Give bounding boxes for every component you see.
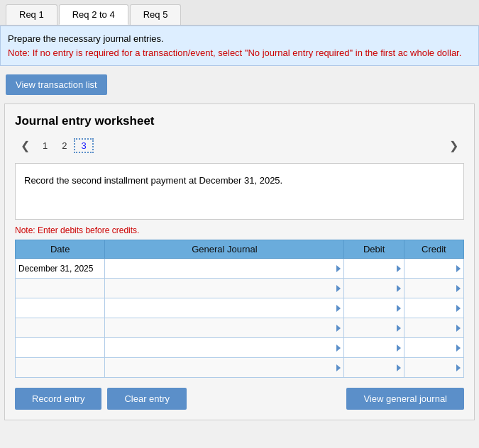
tabs-bar: Req 1 Req 2 to 4 Req 5 bbox=[0, 0, 479, 26]
table-row bbox=[16, 338, 464, 358]
cell-journal-5[interactable] bbox=[105, 358, 344, 378]
cell-debit-1[interactable] bbox=[344, 279, 404, 298]
pagination: ❮ 1 2 3 ❯ bbox=[15, 137, 464, 155]
cell-pointer-icon bbox=[456, 265, 461, 272]
cell-pointer-icon bbox=[336, 325, 341, 332]
cell-credit-2[interactable] bbox=[404, 298, 463, 318]
cell-debit-3[interactable] bbox=[344, 318, 404, 338]
prev-page-button[interactable]: ❮ bbox=[15, 137, 35, 155]
cell-credit-0[interactable] bbox=[404, 259, 463, 279]
cell-pointer-icon bbox=[397, 305, 401, 312]
cell-journal-3[interactable] bbox=[105, 318, 344, 338]
banner-main-text: Prepare the necessary journal entries. bbox=[8, 32, 471, 46]
description-box: Record the second installment payment at… bbox=[15, 163, 464, 220]
page-1[interactable]: 1 bbox=[35, 138, 55, 153]
cell-journal-1[interactable] bbox=[105, 279, 344, 298]
record-entry-button[interactable]: Record entry bbox=[15, 388, 101, 410]
table-row bbox=[16, 358, 464, 378]
cell-credit-3[interactable] bbox=[404, 318, 463, 338]
tab-req1[interactable]: Req 1 bbox=[6, 4, 57, 25]
table-row bbox=[16, 279, 464, 298]
worksheet-title: Journal entry worksheet bbox=[15, 114, 464, 128]
cell-date-1[interactable] bbox=[16, 279, 105, 298]
clear-entry-button[interactable]: Clear entry bbox=[107, 388, 187, 410]
cell-credit-5[interactable] bbox=[404, 358, 463, 378]
cell-journal-4[interactable] bbox=[105, 338, 344, 358]
worksheet-container: Journal entry worksheet ❮ 1 2 3 ❯ Record… bbox=[4, 103, 475, 420]
cell-date-3[interactable] bbox=[16, 318, 105, 338]
info-banner: Prepare the necessary journal entries. N… bbox=[0, 26, 479, 66]
cell-date-2[interactable] bbox=[16, 298, 105, 318]
cell-pointer-icon bbox=[397, 325, 401, 332]
cell-debit-5[interactable] bbox=[344, 358, 404, 378]
cell-pointer-icon bbox=[397, 345, 401, 352]
cell-pointer-icon bbox=[456, 345, 461, 352]
table-row bbox=[16, 298, 464, 318]
cell-pointer-icon bbox=[456, 305, 461, 312]
cell-pointer-icon bbox=[336, 305, 341, 312]
cell-journal-0[interactable] bbox=[105, 259, 344, 279]
next-page-button[interactable]: ❯ bbox=[444, 137, 464, 155]
cell-debit-0[interactable] bbox=[344, 259, 404, 279]
journal-table: Date General Journal Debit Credit Decemb… bbox=[15, 240, 464, 378]
description-text: Record the second installment payment at… bbox=[24, 175, 282, 186]
cell-credit-4[interactable] bbox=[404, 338, 463, 358]
tab-req2to4[interactable]: Req 2 to 4 bbox=[59, 4, 128, 25]
table-row bbox=[16, 318, 464, 338]
table-row: December 31, 2025 bbox=[16, 259, 464, 279]
col-general-journal: General Journal bbox=[105, 240, 344, 259]
cell-pointer-icon bbox=[336, 364, 341, 371]
view-transaction-button[interactable]: View transaction list bbox=[6, 74, 107, 95]
cell-pointer-icon bbox=[336, 265, 341, 272]
cell-date-0[interactable]: December 31, 2025 bbox=[16, 259, 105, 279]
cell-pointer-icon bbox=[456, 364, 461, 371]
col-debit: Debit bbox=[344, 240, 404, 259]
cell-pointer-icon bbox=[397, 265, 401, 272]
cell-debit-4[interactable] bbox=[344, 338, 404, 358]
action-buttons: Record entry Clear entry View general jo… bbox=[15, 388, 464, 410]
cell-journal-2[interactable] bbox=[105, 298, 344, 318]
cell-credit-1[interactable] bbox=[404, 279, 463, 298]
cell-pointer-icon bbox=[456, 325, 461, 332]
cell-pointer-icon bbox=[456, 285, 461, 292]
cell-date-5[interactable] bbox=[16, 358, 105, 378]
page-3[interactable]: 3 bbox=[74, 138, 93, 153]
cell-pointer-icon bbox=[397, 285, 401, 292]
cell-pointer-icon bbox=[397, 364, 401, 371]
col-credit: Credit bbox=[404, 240, 463, 259]
cell-pointer-icon bbox=[336, 285, 341, 292]
page-2[interactable]: 2 bbox=[55, 138, 74, 153]
banner-note-text: Note: If no entry is required for a tran… bbox=[8, 46, 471, 60]
cell-date-4[interactable] bbox=[16, 338, 105, 358]
cell-pointer-icon bbox=[336, 345, 341, 352]
col-date: Date bbox=[16, 240, 105, 259]
tab-req5[interactable]: Req 5 bbox=[130, 4, 182, 25]
cell-debit-2[interactable] bbox=[344, 298, 404, 318]
note-debits: Note: Enter debits before credits. bbox=[15, 225, 464, 235]
view-general-journal-button[interactable]: View general journal bbox=[346, 388, 464, 410]
